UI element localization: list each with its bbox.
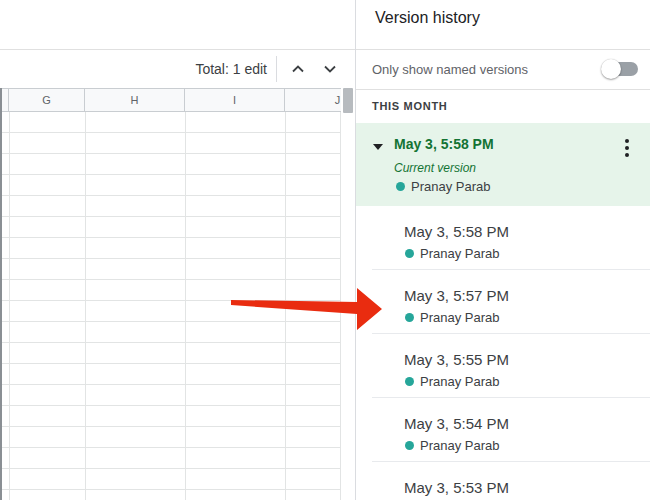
column-header-h[interactable]: H — [85, 89, 185, 111]
version-author-row: Pranay Parab — [405, 374, 500, 389]
named-versions-toggle-label: Only show named versions — [372, 62, 528, 77]
author-dot-icon — [396, 182, 405, 191]
author-dot-icon — [405, 249, 414, 258]
current-version-label: Current version — [394, 161, 476, 175]
chevron-up-icon — [291, 65, 305, 73]
version-author-name: Pranay Parab — [420, 374, 500, 389]
panel-divider — [356, 89, 650, 90]
kebab-menu-icon[interactable] — [618, 138, 636, 158]
current-version-entry[interactable]: May 3, 5:58 PM Current version Pranay Pa… — [356, 123, 650, 206]
author-dot-icon — [405, 441, 414, 450]
next-edit-button[interactable] — [318, 57, 342, 81]
version-author-row: Pranay Parab — [405, 438, 500, 453]
current-version-author-name: Pranay Parab — [411, 179, 491, 194]
version-author-name: Pranay Parab — [420, 438, 500, 453]
version-author-name: Pranay Parab — [420, 310, 500, 325]
version-entry[interactable]: May 3, 5:54 PM Pranay Parab — [356, 407, 650, 471]
grid-right-edge-line — [340, 112, 341, 500]
version-entry[interactable]: May 3, 5:58 PM Pranay Parab — [356, 215, 650, 279]
current-version-timestamp[interactable]: May 3, 5:58 PM — [394, 136, 494, 152]
grid-column-line — [285, 112, 286, 500]
edit-navigation-toolbar: Total: 1 edit — [0, 50, 355, 88]
spreadsheet-area: Total: 1 edit G H I J — [0, 0, 355, 500]
author-dot-icon — [405, 313, 414, 322]
grid-column-line — [185, 112, 186, 500]
version-entry[interactable]: May 3, 5:53 PM — [356, 471, 650, 500]
current-version-author-row: Pranay Parab — [396, 179, 491, 194]
version-history-screen: Total: 1 edit G H I J — [0, 0, 650, 500]
spreadsheet-grid[interactable] — [0, 112, 341, 500]
version-divider — [372, 269, 650, 270]
version-timestamp[interactable]: May 3, 5:57 PM — [404, 287, 509, 304]
version-divider — [372, 397, 650, 398]
grid-column-line — [9, 112, 10, 500]
column-header-row: G H I J — [0, 88, 341, 112]
author-dot-icon — [405, 377, 414, 386]
named-versions-toggle-row: Only show named versions — [372, 49, 638, 89]
version-author-name: Pranay Parab — [420, 246, 500, 261]
named-versions-toggle[interactable] — [601, 59, 638, 79]
panel-title: Version history — [375, 9, 480, 27]
version-timestamp[interactable]: May 3, 5:54 PM — [404, 415, 509, 432]
grid-column-line — [85, 112, 86, 500]
version-timestamp[interactable]: May 3, 5:55 PM — [404, 351, 509, 368]
version-timestamp[interactable]: May 3, 5:53 PM — [404, 479, 509, 496]
version-divider — [372, 333, 650, 334]
version-author-row: Pranay Parab — [405, 310, 500, 325]
vertical-scrollbar[interactable] — [342, 88, 355, 500]
column-header-i[interactable]: I — [185, 89, 285, 111]
total-edits-label: Total: 1 edit — [195, 61, 267, 77]
version-entry[interactable]: May 3, 5:57 PM Pranay Parab — [356, 279, 650, 343]
triangle-down-icon[interactable] — [373, 144, 383, 150]
scrollbar-thumb[interactable] — [343, 88, 353, 113]
column-header-j[interactable]: J — [285, 89, 341, 111]
version-divider — [372, 461, 650, 462]
toolbar-divider — [276, 56, 277, 82]
toggle-thumb — [601, 59, 621, 79]
previous-edit-button[interactable] — [286, 57, 310, 81]
version-author-row: Pranay Parab — [405, 246, 500, 261]
chevron-down-icon — [323, 65, 337, 73]
column-header-g[interactable]: G — [9, 89, 85, 111]
version-entry[interactable]: May 3, 5:55 PM Pranay Parab — [356, 343, 650, 407]
version-timestamp[interactable]: May 3, 5:58 PM — [404, 223, 509, 240]
grid-left-edge-line — [0, 88, 2, 500]
section-header-this-month: THIS MONTH — [372, 100, 447, 112]
version-history-panel: Version history Only show named versions… — [355, 0, 650, 500]
